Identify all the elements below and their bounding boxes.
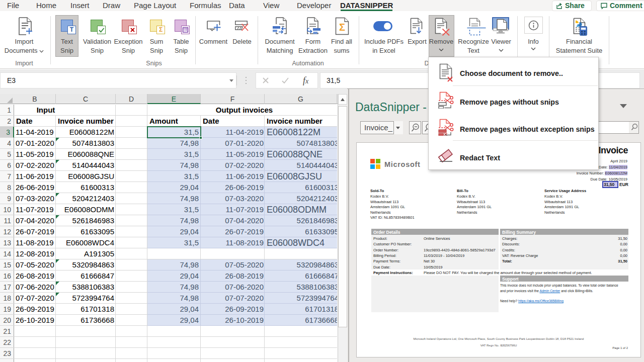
svg-text:Σ: Σ	[339, 22, 345, 33]
